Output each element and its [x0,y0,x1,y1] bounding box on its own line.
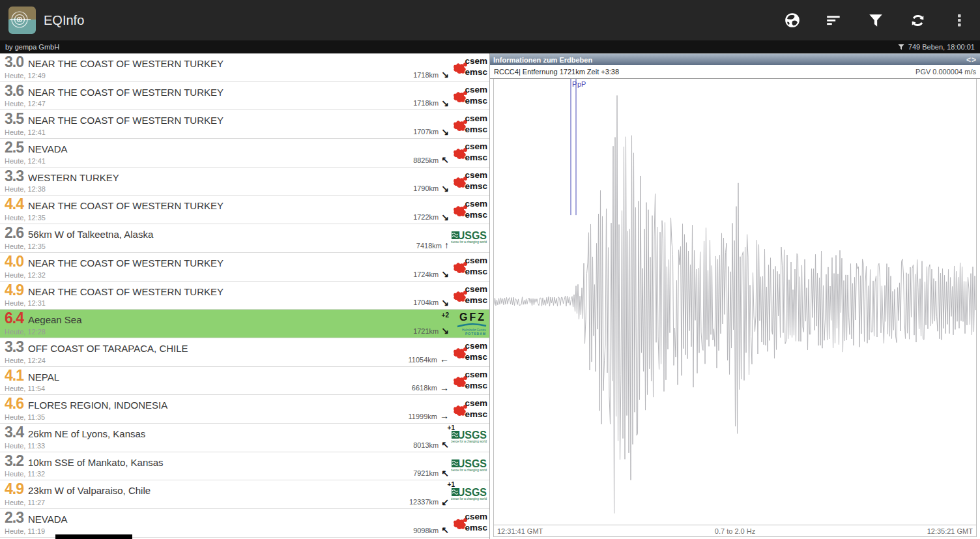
location-label: Aegean Sea [28,314,82,325]
svg-text:USGS: USGS [457,486,487,497]
overflow-menu-icon[interactable] [938,0,980,40]
list-item[interactable]: 2.6 56km W of Talkeetna, Alaska Heute, 1… [0,224,489,253]
source-logo: USGS science for a changing world [451,482,487,507]
magnitude-label: 3.6 [5,83,23,98]
seismogram-plot[interactable]: 12:31:41 GMT 0.7 to 2.0 Hz 12:35:21 GMT … [493,79,977,537]
list-item[interactable]: 4.1 NEPAL Heute, 11:54 6618km → csem ems… [0,367,489,396]
list-item[interactable]: 3.4 26km NE of Lyons, Kansas Heute, 11:3… [0,424,489,452]
location-label: NEVADA [28,143,68,154]
scrollbar-thumb[interactable] [55,534,132,539]
list-item[interactable]: 3.6 NEAR THE COAST OF WESTERN TURKEY Heu… [0,82,489,111]
direction-arrow-icon: ↘ [441,71,449,78]
direction-arrow-icon: ↘ [441,270,449,278]
end-time-label: 12:35:21 GMT [927,527,973,535]
source-logo: USGS science for a changing world [451,226,487,250]
magnitude-label: 4.9 [5,282,23,298]
direction-arrow-icon: ↖ [441,156,449,164]
pgv-label: PGV 0.000004 m/s [915,68,976,76]
list-item[interactable]: 3.5 NEAR THE COAST OF WESTERN TURKEY Heu… [0,110,489,139]
distance-label: 7921km [413,469,439,477]
magnitude-label: 4.0 [5,254,23,269]
source-logo: csem emsc [451,83,487,108]
list-item[interactable]: 3.3 WESTERN TURKEY Heute, 12:38 1790km ↘… [0,168,489,196]
location-label: 23km W of Valparaiso, Chile [28,485,151,496]
filter-icon[interactable] [855,0,897,40]
magnitude-label: 2.3 [5,510,23,525]
usgs-logo-icon: USGS science for a changing world [451,226,487,250]
globe-icon[interactable] [771,0,813,40]
source-logo: csem emsc [451,140,487,165]
magnitude-label: 4.6 [5,396,23,411]
plot-footer: 12:31:41 GMT 0.7 to 2.0 Hz 12:35:21 GMT [494,525,976,536]
location-label: 10km SSE of Mankato, Kansas [28,457,164,468]
direction-arrow-icon: ↖ [441,441,449,448]
location-label: NEAR THE COAST OF WESTERN TURKEY [28,87,223,98]
svg-text:science for a changing world: science for a changing world [451,440,487,443]
svg-text:emsc: emsc [465,267,487,276]
svg-text:POTSDAM: POTSDAM [465,332,486,336]
list-item[interactable]: 4.4 NEAR THE COAST OF WESTERN TURKEY Heu… [0,196,489,224]
svg-text:USGS: USGS [457,458,487,469]
svg-text:pP: pP [577,80,586,88]
list-item[interactable]: 3.3 OFF COAST OF TARAPACA, CHILE Heute, … [0,338,489,367]
list-item[interactable]: 4.9 NEAR THE COAST OF WESTERN TURKEY Heu… [0,282,489,310]
earthquake-list[interactable]: 3.0 NEAR THE COAST OF WESTERN TURKEY Heu… [0,53,490,539]
svg-text:csem: csem [465,370,487,379]
list-item[interactable]: 4.9 23km W of Valparaiso, Chile Heute, 1… [0,480,489,509]
list-item[interactable]: 4.0 NEAR THE COAST OF WESTERN TURKEY Heu… [0,253,489,282]
detail-panel: Informationen zum Erdbeben <> RCCC4| Ent… [490,53,980,539]
detail-title: Informationen zum Erdbeben [493,56,966,64]
filter-count-icon [897,43,905,51]
event-count-label: 749 Beben, 18:00:01 [908,43,975,51]
source-logo: csem emsc [451,340,487,364]
list-item[interactable]: 6.4 Aegean Sea Heute, 12:28 1721km ↘ +2 … [0,310,489,338]
pane-toggle-icon[interactable]: <> [966,55,977,65]
svg-text:emsc: emsc [465,210,487,220]
usgs-logo-icon: USGS science for a changing world [451,454,487,478]
location-label: NEVADA [28,514,68,525]
svg-text:csem: csem [465,284,487,294]
emsc-logo-icon: csem emsc [451,340,487,364]
seismogram-trace: PpP [494,79,976,536]
start-time-label: 12:31:41 GMT [497,527,543,535]
emsc-logo-icon: csem emsc [451,55,487,80]
magnitude-label: 3.4 [5,424,23,440]
emsc-logo-icon: csem emsc [451,140,487,165]
distance-label: 1721km [413,327,439,335]
event-time-label: Heute, 11:35 [5,413,45,421]
distance-label: 1704km [413,299,439,306]
source-logo: csem emsc [451,55,487,80]
source-logo: USGS science for a changing world [451,454,487,478]
magnitude-label: 3.2 [5,453,23,469]
source-logo: csem emsc [451,368,487,393]
distance-label: 8013km [413,441,439,449]
list-item[interactable]: 3.2 10km SSE of Mankato, Kansas Heute, 1… [0,452,489,481]
emsc-logo-icon: csem emsc [451,112,487,137]
action-bar: EQInfo [0,0,980,40]
distance-label: 12337km [409,498,439,506]
svg-text:USGS: USGS [457,230,487,241]
svg-text:GFZ: GFZ [459,312,486,323]
emsc-logo-icon: csem emsc [451,254,487,279]
sort-icon[interactable] [813,0,855,40]
distance-label: 6618km [412,384,437,392]
emsc-logo-icon: csem emsc [451,510,487,535]
list-item[interactable]: 2.3 NEVADA Heute, 11:19 9098km ↖ csem em… [0,509,489,538]
direction-arrow-icon: ↑ [444,242,449,249]
svg-text:science for a changing world: science for a changing world [451,240,487,244]
source-logo: csem emsc [451,283,487,308]
location-label: 56km W of Talkeetna, Alaska [28,229,153,240]
distance-label: 7418km [416,242,442,250]
svg-text:csem: csem [465,170,487,180]
svg-text:emsc: emsc [465,409,487,419]
list-item[interactable]: 4.6 FLORES REGION, INDONESIA Heute, 11:3… [0,395,489,424]
refresh-icon[interactable] [897,0,938,40]
event-time-label: Heute, 11:33 [5,442,45,450]
emsc-logo-icon: csem emsc [451,197,487,222]
source-logo: csem emsc [451,112,487,137]
list-item[interactable]: 2.5 NEVADA Heute, 12:41 8825km ↖ csem em… [0,139,489,168]
usgs-logo-icon: USGS science for a changing world [451,425,487,450]
detail-header[interactable]: Informationen zum Erdbeben <> [490,53,980,65]
event-time-label: Heute, 12:35 [5,214,46,222]
list-item[interactable]: 3.0 NEAR THE COAST OF WESTERN TURKEY Heu… [0,53,489,82]
